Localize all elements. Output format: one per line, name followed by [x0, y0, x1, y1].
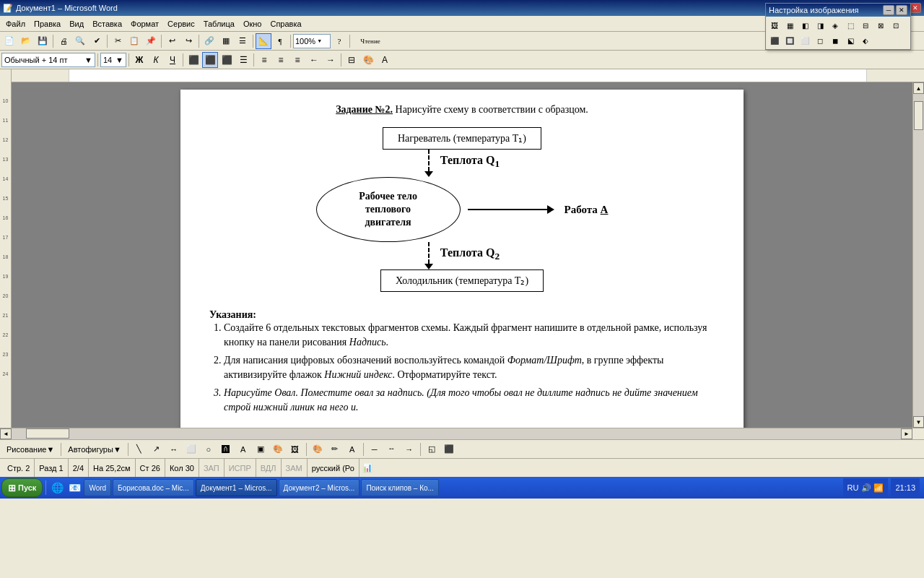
draw-textbox[interactable]: 🅰 — [218, 441, 234, 457]
scroll-right-button[interactable]: ► — [901, 428, 912, 439]
menu-help[interactable]: Справка — [266, 18, 305, 30]
scroll-left-button[interactable]: ◄ — [0, 428, 12, 439]
scroll-thumb[interactable] — [914, 101, 923, 130]
taskbar-borisova[interactable]: Борисова.doc – Mic... — [113, 479, 194, 496]
tb-show-hide[interactable]: ¶ — [272, 33, 288, 49]
drawing-dropdown[interactable]: Рисование▼ — [3, 442, 58, 457]
draw-wordart[interactable]: A — [235, 441, 251, 457]
taskbar-doc1[interactable]: Документ1 – Micros... — [196, 479, 277, 496]
img-tb-bright-less[interactable]: ⊠ — [873, 18, 888, 33]
menu-edit[interactable]: Правка — [30, 18, 65, 30]
menu-view[interactable]: Вид — [65, 18, 88, 30]
font-size-selector[interactable]: 14 ▼ — [100, 53, 126, 67]
img-tb-crop[interactable]: ⊡ — [889, 18, 903, 33]
menu-window[interactable]: Окно — [239, 18, 266, 30]
img-tb-contrast-more[interactable]: ◈ — [828, 18, 842, 33]
quicklaunch-email[interactable]: 📧 — [66, 480, 82, 496]
tb-table[interactable]: ▦ — [218, 33, 234, 49]
img-tb-rotate[interactable]: ⬛ — [767, 33, 782, 48]
bullets-button[interactable]: ≡ — [289, 52, 305, 68]
scroll-down-button[interactable]: ▼ — [913, 416, 924, 428]
tb-save[interactable]: 💾 — [35, 33, 51, 49]
menu-format[interactable]: Формат — [126, 18, 163, 30]
italic-button[interactable]: К — [148, 52, 164, 68]
taskbar-word[interactable]: Word — [84, 479, 111, 496]
tb-drawing[interactable]: 📐 — [256, 33, 271, 49]
menu-file[interactable]: Файл — [1, 18, 30, 30]
menu-insert[interactable]: Вставка — [88, 18, 126, 30]
img-tb-bright-more[interactable]: ⊟ — [858, 18, 873, 33]
draw-rect[interactable]: ⬜ — [183, 441, 199, 457]
img-tb-textwrap[interactable]: ◼ — [828, 33, 842, 48]
taskbar-doc2[interactable]: Документ2 – Micros... — [279, 479, 360, 496]
draw-image[interactable]: 🖼 — [287, 441, 303, 457]
img-tb-grayscale[interactable]: ▦ — [783, 18, 797, 33]
style-selector[interactable]: Обычный + 14 пт ▼ — [1, 53, 95, 67]
draw-line-color[interactable]: ✏ — [327, 441, 343, 457]
img-tb-watermark[interactable]: ◨ — [813, 18, 827, 33]
outdent-button[interactable]: ← — [306, 52, 322, 68]
draw-arrow[interactable]: ↗ — [149, 441, 165, 457]
draw-fill-color[interactable]: 🎨 — [310, 441, 326, 457]
tb-help[interactable]: ? — [331, 33, 347, 49]
img-tb-contrast-less[interactable]: ⬚ — [843, 18, 858, 33]
tb-undo[interactable]: ↩ — [164, 33, 180, 49]
tb-columns[interactable]: ☰ — [235, 33, 250, 49]
align-left-button[interactable]: ⬛ — [186, 52, 201, 68]
draw-font-color[interactable]: A — [344, 441, 360, 457]
draw-line[interactable]: ╲ — [131, 441, 147, 457]
font-color-button[interactable]: A — [377, 52, 393, 68]
tb-reading[interactable]: Чтение — [352, 33, 388, 49]
draw-dash-style[interactable]: ╌ — [384, 441, 400, 457]
align-right-button[interactable]: ⬛ — [219, 52, 235, 68]
tb-copy[interactable]: 📋 — [126, 33, 142, 49]
h-scroll-thumb[interactable] — [26, 428, 69, 439]
line-spacing-button[interactable]: ≡ — [256, 52, 272, 68]
h-scroll-track[interactable] — [12, 428, 901, 439]
draw-doubleArrow[interactable]: ↔ — [166, 441, 182, 457]
draw-line-style[interactable]: ─ — [367, 441, 383, 457]
scroll-track[interactable] — [913, 94, 924, 416]
tb-redo[interactable]: ↪ — [180, 33, 196, 49]
tb-paste[interactable]: 📌 — [143, 33, 159, 49]
draw-clipart[interactable]: 🎨 — [270, 441, 286, 457]
tb-hyperlink[interactable]: 🔗 — [201, 33, 217, 49]
close-button[interactable]: ✕ — [910, 3, 921, 13]
outside-border-button[interactable]: ⊟ — [344, 52, 359, 68]
img-tb-reset[interactable]: ⬖ — [858, 33, 873, 48]
tb-new[interactable]: 📄 — [1, 33, 17, 49]
underline-button[interactable]: Ч — [165, 52, 180, 68]
img-tb-compress[interactable]: ⬜ — [798, 33, 812, 48]
draw-3d[interactable]: ⬛ — [441, 441, 457, 457]
draw-shadow[interactable]: ◱ — [424, 441, 440, 457]
tb-zoom[interactable]: 100% ▼ — [293, 34, 331, 48]
img-tb-bw[interactable]: ◧ — [798, 18, 812, 33]
img-tb-forward[interactable]: ⬕ — [843, 33, 858, 48]
scroll-up-button[interactable]: ▲ — [913, 82, 924, 94]
draw-ellipse[interactable]: ○ — [201, 441, 217, 457]
draw-diagram[interactable]: ▣ — [253, 441, 269, 457]
tb-spellcheck[interactable]: ✔ — [89, 33, 105, 49]
start-button[interactable]: ⊞ Пуск — [1, 478, 43, 497]
autoshapes-dropdown[interactable]: Автофигуры▼ — [64, 442, 124, 457]
bold-button[interactable]: Ж — [131, 52, 147, 68]
menu-table[interactable]: Таблица — [199, 18, 239, 30]
img-tb-color[interactable]: 🖼 — [767, 18, 782, 33]
numbering-button[interactable]: ≡ — [273, 52, 289, 68]
img-tb-format[interactable]: ◻ — [813, 33, 827, 48]
img-tb-lineweight[interactable]: 🔲 — [783, 33, 797, 48]
menu-tools[interactable]: Сервис — [163, 18, 199, 30]
taskbar-search[interactable]: Поиск клипов – Ко... — [361, 479, 439, 496]
tb-preview[interactable]: 🔍 — [72, 33, 88, 49]
draw-arrow-style[interactable]: → — [401, 441, 417, 457]
indent-button[interactable]: → — [323, 52, 339, 68]
image-toolbar-close[interactable]: ✕ — [896, 5, 907, 15]
image-toolbar-minimize[interactable]: ─ — [883, 5, 894, 15]
tb-print[interactable]: 🖨 — [56, 33, 71, 49]
highlight-button[interactable]: 🎨 — [360, 52, 376, 68]
tb-cut[interactable]: ✂ — [110, 33, 126, 49]
status-extra[interactable]: 📊 — [362, 463, 372, 473]
align-justify-button[interactable]: ☰ — [235, 52, 251, 68]
quicklaunch-ie[interactable]: 🌐 — [49, 480, 65, 496]
tb-open[interactable]: 📂 — [18, 33, 34, 49]
